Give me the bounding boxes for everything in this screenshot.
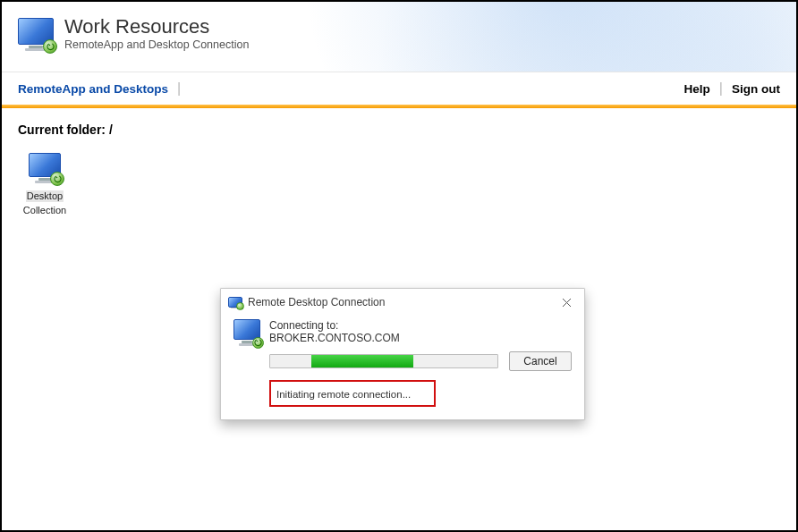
content-area: Current folder: / Desktop Collection bbox=[2, 108, 796, 231]
close-button[interactable] bbox=[556, 291, 577, 313]
separator: | bbox=[177, 80, 181, 97]
item-label-line2: Collection bbox=[18, 205, 72, 216]
remote-desktop-connection-dialog: Remote Desktop Connection Connecting to: bbox=[220, 288, 585, 420]
status-highlight: Initiating remote connection... bbox=[269, 380, 436, 407]
remote-desktop-monitor-icon bbox=[228, 297, 242, 308]
sign-out-link[interactable]: Sign out bbox=[732, 82, 780, 96]
progress-bar bbox=[269, 354, 498, 368]
current-folder-label: Current folder: / bbox=[18, 122, 780, 137]
page-subtitle: RemoteApp and Desktop Connection bbox=[64, 38, 249, 51]
brand-block: Work Resources RemoteApp and Desktop Con… bbox=[18, 16, 249, 51]
header: Work Resources RemoteApp and Desktop Con… bbox=[2, 2, 796, 72]
page-title: Work Resources bbox=[64, 16, 249, 37]
item-label-line1: Desktop bbox=[26, 190, 64, 202]
separator: | bbox=[719, 80, 723, 97]
close-icon bbox=[562, 298, 572, 308]
connecting-host: BROKER.CONTOSO.COM bbox=[269, 332, 572, 344]
dialog-body: Connecting to: BROKER.CONTOSO.COM Cancel… bbox=[221, 316, 584, 419]
cancel-button[interactable]: Cancel bbox=[509, 351, 572, 371]
remote-desktop-monitor-icon bbox=[233, 319, 260, 346]
dialog-title: Remote Desktop Connection bbox=[248, 296, 556, 308]
tabs-bar: RemoteApp and Desktops | Help | Sign out bbox=[2, 72, 796, 105]
remote-desktop-monitor-icon bbox=[18, 18, 54, 51]
desktop-collection-item[interactable]: Desktop Collection bbox=[18, 153, 72, 216]
remote-desktop-monitor-icon bbox=[29, 153, 61, 183]
progress-fill bbox=[311, 355, 413, 367]
status-text: Initiating remote connection... bbox=[276, 389, 411, 400]
connecting-to-label: Connecting to: bbox=[269, 319, 572, 332]
help-link[interactable]: Help bbox=[684, 82, 710, 96]
tab-remoteapp-desktops[interactable]: RemoteApp and Desktops bbox=[18, 82, 168, 96]
dialog-titlebar[interactable]: Remote Desktop Connection bbox=[221, 289, 584, 316]
rd-web-access-window: Work Resources RemoteApp and Desktop Con… bbox=[0, 0, 798, 532]
